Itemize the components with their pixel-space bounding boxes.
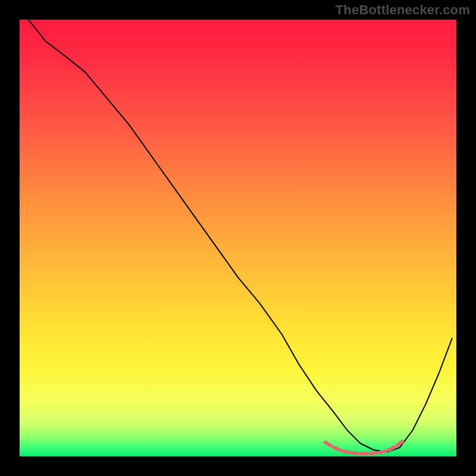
optimal-band [325, 441, 404, 454]
plot-area [20, 20, 456, 456]
bottleneck-curve [29, 20, 452, 452]
watermark-text: TheBottlenecker.com [336, 2, 470, 18]
curves-layer [20, 20, 456, 456]
chart-container: TheBottlenecker.com [0, 0, 476, 476]
